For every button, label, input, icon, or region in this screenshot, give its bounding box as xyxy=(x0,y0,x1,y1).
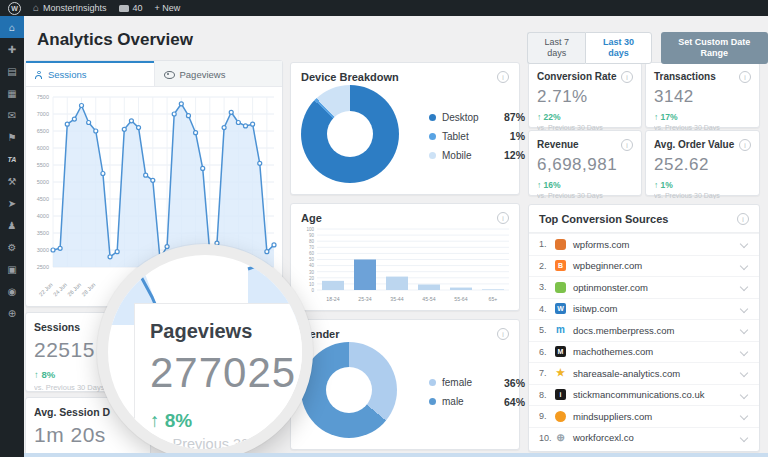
legend-label: male xyxy=(442,396,464,407)
comments-link[interactable]: 40 xyxy=(119,3,143,13)
legend-label: Mobile xyxy=(442,150,471,161)
source-row[interactable]: 3.optinmonster.com xyxy=(529,276,759,298)
stat-vs: vs. Previous 30 Days xyxy=(537,192,633,199)
menu-collapse-icon[interactable]: ⊕ xyxy=(0,302,24,324)
top-conversion-sources-card: Top Conversion Sources i 1.wpforms.com2.… xyxy=(528,204,760,452)
last-7-days-button[interactable]: Last 7 days xyxy=(527,32,585,64)
source-row[interactable]: 6.Mmachothemes.com xyxy=(529,341,759,363)
source-rank: 4. xyxy=(539,304,555,314)
source-rank: 3. xyxy=(539,282,555,292)
info-icon[interactable]: i xyxy=(621,71,633,83)
chevron-down-icon[interactable] xyxy=(740,305,748,313)
stat-change: ↑ 22% xyxy=(537,112,633,122)
donut-hole xyxy=(326,367,372,413)
menu-appearance-icon[interactable]: ⚑ xyxy=(0,126,24,148)
site-home-link[interactable]: ⌂ MonsterInsights xyxy=(33,3,107,13)
chevron-down-icon[interactable] xyxy=(740,262,748,270)
legend-item-mobile: Mobile12% xyxy=(429,149,525,161)
source-rank: 6. xyxy=(539,347,555,357)
chevron-down-icon[interactable] xyxy=(740,369,748,377)
legend-value: 64% xyxy=(504,396,525,408)
wp-admin-bar: W ⌂ MonsterInsights 40 + New xyxy=(0,0,768,16)
tab-pageviews[interactable]: Pageviews xyxy=(154,61,283,86)
menu-ta-icon[interactable]: TA xyxy=(0,148,24,170)
overview-tabs: Sessions Pageviews xyxy=(26,61,282,87)
source-domain: wpbeginner.com xyxy=(573,260,642,271)
svg-text:18-24: 18-24 xyxy=(326,296,339,302)
tab-sessions[interactable]: Sessions xyxy=(26,61,154,86)
stat-change: ↑ 17% xyxy=(654,112,751,122)
isitwp-favicon: W xyxy=(555,303,566,314)
eye-icon xyxy=(164,71,175,79)
wordpress-logo-icon[interactable]: W xyxy=(8,2,21,15)
set-custom-date-range-button[interactable]: Set Custom Date Range xyxy=(661,32,768,64)
chevron-down-icon[interactable] xyxy=(740,240,748,248)
legend-dot-icon xyxy=(429,398,436,405)
svg-text:6500: 6500 xyxy=(37,128,49,134)
info-icon[interactable]: i xyxy=(739,139,751,151)
transactions-card: Transactionsi 3142 ↑ 17% vs. Previous 30… xyxy=(645,62,760,128)
menu-users-icon[interactable]: ♟ xyxy=(0,214,24,236)
chevron-down-icon[interactable] xyxy=(740,348,748,356)
info-icon[interactable]: i xyxy=(497,71,509,83)
chevron-down-icon[interactable] xyxy=(740,283,748,291)
stat-value: 2.71% xyxy=(537,87,633,107)
source-row[interactable]: 9.mindsuppliers.com xyxy=(529,405,759,427)
svg-text:6000: 6000 xyxy=(37,145,49,151)
chevron-down-icon[interactable] xyxy=(740,412,748,420)
menu-dashboard-icon[interactable]: ⌂ xyxy=(0,16,24,38)
legend-item-female: female36% xyxy=(429,377,525,389)
wpbeginner-favicon: B xyxy=(555,260,566,271)
chevron-down-icon[interactable] xyxy=(740,326,748,334)
menu-media-icon[interactable]: ▤ xyxy=(0,60,24,82)
legend-value: 36% xyxy=(504,377,525,389)
source-row[interactable]: 2.Bwpbeginner.com xyxy=(529,255,759,277)
chevron-down-icon[interactable] xyxy=(740,434,748,442)
info-icon[interactable]: i xyxy=(739,71,751,83)
magnified-pageviews-card: Pageviews 277025 ↑ 8% vs. Previous 30 Da… xyxy=(134,303,313,457)
source-row[interactable]: 1.wpforms.com xyxy=(529,233,759,255)
stat-value: 252.62 xyxy=(654,155,751,175)
source-row[interactable]: 7.★shareasale-analytics.com xyxy=(529,362,759,384)
age-bar-45-54 xyxy=(418,285,440,290)
last-30-days-button[interactable]: Last 30 days xyxy=(585,32,651,64)
avg-order-value-card: Avg. Order Valuei 252.62 ↑ 1% vs. Previo… xyxy=(645,130,760,196)
menu-plugins-icon[interactable]: ⚒ xyxy=(0,170,24,192)
stat-value: 3142 xyxy=(654,87,751,107)
device-legend: Desktop87%Tablet1%Mobile12% xyxy=(429,87,525,185)
legend-dot-icon xyxy=(429,152,436,159)
source-domain: docs.memberpress.com xyxy=(573,325,674,336)
menu-tools-icon[interactable]: ⚙ xyxy=(0,236,24,258)
menu-posts-icon[interactable]: ✚ xyxy=(0,38,24,60)
source-row[interactable]: 10.⊕workforcexl.co xyxy=(529,427,759,449)
source-row[interactable]: 4.Wisitwp.com xyxy=(529,298,759,320)
menu-comments-icon[interactable]: ✉ xyxy=(0,104,24,126)
machothemes-favicon: M xyxy=(555,346,566,357)
svg-text:5000: 5000 xyxy=(37,179,49,185)
svg-text:7000: 7000 xyxy=(37,111,49,117)
age-bar-55-64 xyxy=(450,288,472,290)
chevron-down-icon[interactable] xyxy=(740,391,748,399)
age-bar-65+ xyxy=(482,289,504,290)
stat-change: ↑ 1% xyxy=(654,180,751,190)
menu-marketing-icon[interactable]: ➤ xyxy=(0,192,24,214)
source-domain: optinmonster.com xyxy=(573,282,648,293)
new-content-button[interactable]: + New xyxy=(155,3,181,13)
source-row[interactable]: 8.istickmancommunications.co.uk xyxy=(529,384,759,406)
source-domain: stickmancommunications.co.uk xyxy=(573,389,704,400)
menu-insights-icon[interactable]: ◉ xyxy=(0,280,24,302)
person-icon xyxy=(35,71,43,79)
info-icon[interactable]: i xyxy=(497,212,509,224)
svg-text:3000: 3000 xyxy=(37,247,49,253)
menu-settings-icon[interactable]: ▣ xyxy=(0,258,24,280)
donut-hole xyxy=(327,111,373,157)
svg-text:30: 30 xyxy=(309,270,315,275)
menu-pages-icon[interactable]: ▦ xyxy=(0,82,24,104)
info-icon[interactable]: i xyxy=(621,139,633,151)
info-icon[interactable]: i xyxy=(737,213,749,225)
window-bottom-edge xyxy=(24,453,768,457)
source-row[interactable]: 5.mdocs.memberpress.com xyxy=(529,319,759,341)
svg-text:10: 10 xyxy=(309,282,315,287)
info-icon[interactable]: i xyxy=(497,328,509,340)
svg-text:0: 0 xyxy=(311,288,314,293)
